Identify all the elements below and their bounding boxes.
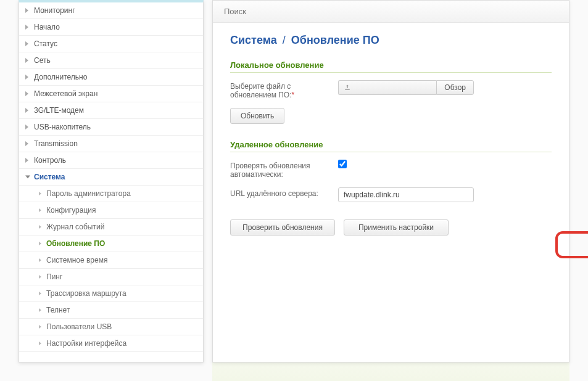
apply-highlight — [555, 231, 588, 258]
sidebar-item-firewall[interactable]: Межсетевой экран — [19, 86, 203, 102]
search-input[interactable] — [224, 7, 558, 16]
file-display[interactable] — [338, 80, 436, 95]
breadcrumb-page: Обновление ПО — [291, 34, 379, 46]
browse-button[interactable]: Обзор — [436, 80, 474, 95]
sidebar-item-3g-lte[interactable]: 3G/LTE-модем — [19, 102, 203, 119]
sidebar-sub-system-time[interactable]: Системное время — [19, 252, 203, 269]
breadcrumb-sep: / — [280, 34, 288, 46]
remote-url-input[interactable] — [338, 187, 474, 202]
sidebar-item-usb-storage[interactable]: USB-накопитель — [19, 119, 203, 136]
sidebar-sub-ui-settings[interactable]: Настройки интерфейса — [19, 335, 203, 352]
main-panel: Система / Обновление ПО Локальное обновл… — [212, 0, 569, 363]
sidebar-item-transmission[interactable]: Transmission — [19, 136, 203, 152]
sidebar-item-status[interactable]: Статус — [19, 36, 203, 52]
sidebar-item-monitoring[interactable]: Мониторинг — [19, 2, 203, 19]
file-label: Выберите файл с обновлением ПО:* — [230, 80, 338, 99]
required-mark: * — [292, 91, 295, 99]
apply-settings-button[interactable]: Применить настройки — [344, 219, 449, 236]
sidebar-sub-firmware-update[interactable]: Обновление ПО — [19, 236, 203, 252]
sidebar-sub-config[interactable]: Конфигурация — [19, 202, 203, 219]
sidebar-item-start[interactable]: Начало — [19, 19, 203, 36]
section-remote-title: Удаленное обновление — [230, 140, 552, 152]
update-button[interactable]: Обновить — [230, 108, 284, 124]
auto-check-checkbox[interactable] — [338, 160, 347, 168]
file-picker: Обзор — [338, 80, 474, 95]
sidebar-sub-ping[interactable]: Пинг — [19, 269, 203, 285]
sidebar-item-network[interactable]: Сеть — [19, 52, 203, 69]
search-bar — [213, 1, 569, 23]
sidebar-sub-admin-password[interactable]: Пароль администратора — [19, 186, 203, 202]
auto-check-label: Проверять обновления автоматически: — [230, 160, 338, 179]
sidebar-sub-usb-users[interactable]: Пользователи USB — [19, 319, 203, 335]
sidebar-sub-telnet[interactable]: Телнет — [19, 302, 203, 319]
section-local-title: Локальное обновление — [230, 60, 552, 73]
url-label: URL удалённого сервера: — [230, 187, 338, 198]
sidebar-sub-traceroute[interactable]: Трассировка маршрута — [19, 285, 203, 302]
sidebar-sub-eventlog[interactable]: Журнал событий — [19, 219, 203, 236]
upload-icon — [344, 84, 351, 91]
sidebar-item-system[interactable]: Система — [19, 169, 203, 186]
breadcrumb-root: Система — [230, 34, 277, 46]
check-updates-button[interactable]: Проверить обновления — [230, 219, 335, 236]
sidebar-item-advanced[interactable]: Дополнительно — [19, 69, 203, 86]
sidebar-item-control[interactable]: Контроль — [19, 152, 203, 169]
sidebar: Мониторинг Начало Статус Сеть Дополнител… — [19, 0, 204, 363]
breadcrumb: Система / Обновление ПО — [230, 34, 552, 47]
